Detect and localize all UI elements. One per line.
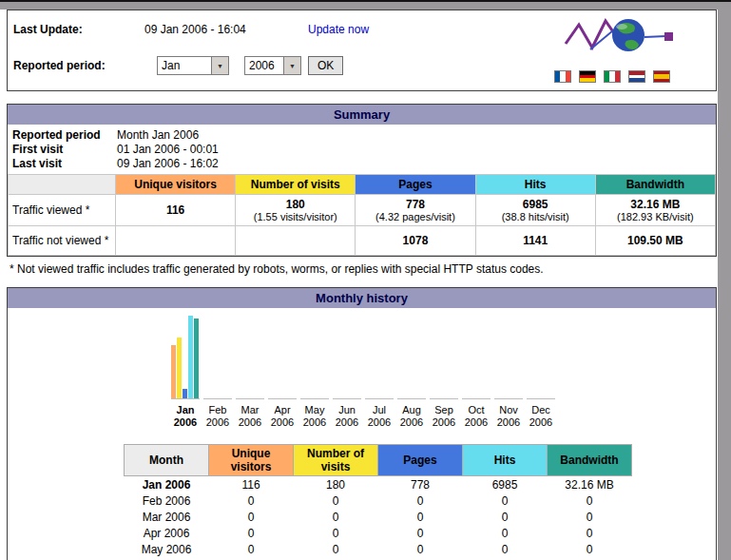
cell-value: 778 <box>356 198 474 211</box>
last-update-label: Last Update: <box>13 23 144 36</box>
flag-germany-icon[interactable] <box>579 70 596 83</box>
traffic-viewed-label: Traffic viewed * <box>9 195 116 226</box>
cell-subvalue: (182.93 KB/visit) <box>596 211 715 222</box>
x-axis-label: Jul2006 <box>363 404 395 429</box>
summary-info-rows: Reported periodMonth Jan 2006First visit… <box>8 125 716 174</box>
cell: 0 <box>294 492 378 509</box>
summary-title: Summary <box>8 105 716 125</box>
column-header-pages: Pages <box>378 445 463 476</box>
cell: 0 <box>209 525 294 541</box>
column-header-month: Month <box>125 445 209 476</box>
cell: 0 <box>378 525 463 541</box>
cell-subvalue: (1.55 visits/visitor) <box>236 211 355 222</box>
monthly-history-title: Monthly history <box>8 288 716 308</box>
cell: 778(4.32 pages/visit) <box>356 195 475 226</box>
chevron-down-icon[interactable]: ▼ <box>211 57 228 74</box>
x-axis-label: Dec2006 <box>525 404 557 429</box>
chart-x-axis: Jan2006Feb2006Mar2006Apr2006May2006Jun20… <box>169 404 557 429</box>
cell: 0 <box>463 541 548 557</box>
page: Last Update: 09 Jan 2006 - 16:04 Update … <box>0 10 718 560</box>
table-row: Feb 200600000 <box>125 492 632 509</box>
table-row: Mar 200600000 <box>125 509 632 525</box>
chart-column <box>298 316 331 399</box>
x-axis-label-month: Nov <box>492 404 525 416</box>
x-axis-label: Jun2006 <box>331 404 363 429</box>
flag-stripe <box>615 71 620 82</box>
cell: 32.16 MB <box>548 476 632 493</box>
x-axis-label-year: 2006 <box>525 416 557 429</box>
zero-baseline <box>494 398 523 399</box>
x-axis-label: Sep2006 <box>428 404 460 429</box>
chart-column <box>395 316 428 399</box>
x-axis-label-year: 2006 <box>234 416 266 429</box>
monthly-history-panel: Monthly history Jan2006Feb2006Mar2006Apr… <box>7 287 717 560</box>
flag-italy-icon[interactable] <box>604 70 621 83</box>
reported-period-label: Reported period: <box>13 59 157 72</box>
flag-row <box>547 70 670 83</box>
cell: 0 <box>378 492 463 509</box>
cell-value: 180 <box>236 198 355 211</box>
cell: 180 <box>294 476 378 493</box>
cell: 109.50 MB <box>595 226 715 256</box>
chart-plot-area <box>169 316 557 399</box>
monthly-header-row: MonthUnique visitorsNumber of visitsPage… <box>125 445 632 476</box>
summary-info-label: First visit <box>12 143 117 157</box>
traffic-viewed-row: Traffic viewed *116180(1.55 visits/visit… <box>9 195 716 226</box>
zero-baseline <box>430 398 458 399</box>
flag-france-icon[interactable] <box>554 70 571 83</box>
cell: 0 <box>463 525 548 541</box>
summary-info-label: Reported period <box>12 128 117 143</box>
awstats-logo-graphic <box>564 13 676 59</box>
x-axis-label: May2006 <box>298 404 331 429</box>
month-cell: Jan 2006 <box>125 476 209 493</box>
cell: 1141 <box>475 226 595 256</box>
update-now-link[interactable]: Update now <box>308 23 369 36</box>
flag-stripe <box>629 78 644 82</box>
header-panel: Last Update: 09 Jan 2006 - 16:04 Update … <box>7 10 717 91</box>
x-axis-label-month: Aug <box>395 404 428 416</box>
column-header-unique-visitors: Unique visitors <box>209 445 294 476</box>
cell-value: 116 <box>116 203 235 217</box>
cell: 6985(38.8 hits/visit) <box>475 195 595 226</box>
x-axis-label: Jan2006 <box>169 404 202 429</box>
cell: 0 <box>548 525 632 541</box>
ok-button[interactable]: OK <box>308 56 343 75</box>
chevron-down-icon[interactable]: ▼ <box>283 57 300 74</box>
cell: 116 <box>116 195 236 226</box>
column-header-number-of-visits: Number of visits <box>294 445 378 476</box>
chart-column <box>234 316 266 399</box>
x-axis-label-month: Mar <box>234 404 266 416</box>
year-select[interactable]: 2006 ▼ <box>244 56 301 75</box>
month-select[interactable]: Jan ▼ <box>157 56 229 75</box>
x-axis-label-year: 2006 <box>202 416 234 429</box>
cell: 0 <box>463 509 548 525</box>
zero-baseline <box>333 398 361 399</box>
column-header-bandwidth: Bandwidth <box>595 175 715 195</box>
chart-column <box>331 316 363 399</box>
flag-spain-icon[interactable] <box>653 70 670 83</box>
column-header-bandwidth: Bandwidth <box>548 445 632 476</box>
zero-baseline <box>397 398 426 399</box>
summary-table-corner <box>9 175 116 195</box>
x-axis-label-year: 2006 <box>298 416 331 429</box>
x-axis-label-month: Dec <box>525 404 557 416</box>
flag-netherlands-icon[interactable] <box>628 70 645 83</box>
summary-info-value: 09 Jan 2006 - 16:02 <box>117 157 219 171</box>
month-cell: Mar 2006 <box>125 509 209 525</box>
x-axis-label-month: Oct <box>460 404 492 416</box>
zero-baseline <box>236 398 264 399</box>
chart-column <box>525 316 557 399</box>
traffic-not-viewed-row: Traffic not viewed *10781141109.50 MB <box>9 226 716 256</box>
chart-column <box>460 316 492 399</box>
bar-number-of-visits <box>177 338 182 398</box>
cell: 0 <box>463 492 548 509</box>
flag-stripe <box>580 78 595 82</box>
x-axis-label: Apr2006 <box>266 404 298 429</box>
summary-info-value: Month Jan 2006 <box>117 128 199 143</box>
chart-column <box>363 316 395 399</box>
zero-baseline <box>462 398 491 399</box>
awstats-logo <box>564 13 676 62</box>
year-select-value: 2006 <box>245 57 283 74</box>
bar-hits <box>188 316 193 398</box>
window-top-border <box>0 0 731 2</box>
